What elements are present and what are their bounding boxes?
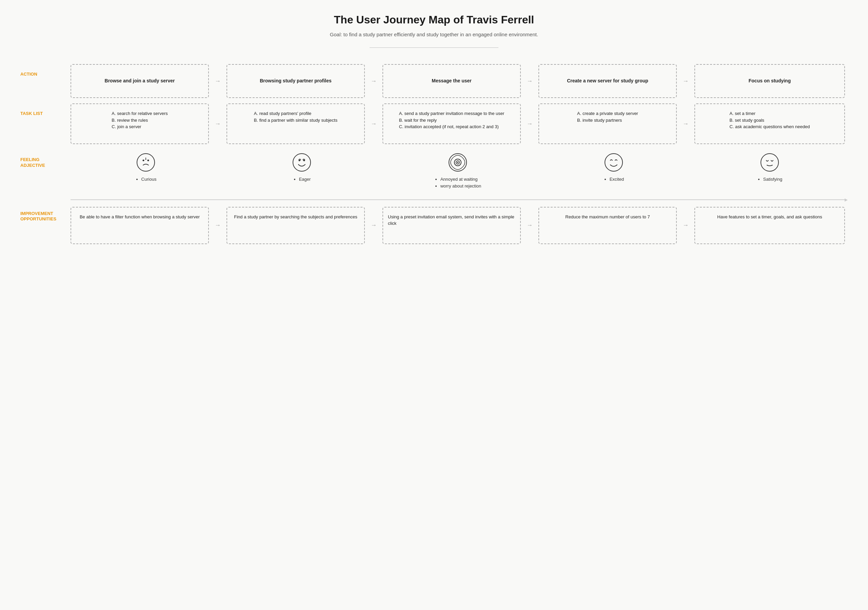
svg-point-0 bbox=[137, 154, 155, 171]
page-subtitle: Goal: to find a study partner efficientl… bbox=[20, 31, 848, 37]
arrow-1: → bbox=[212, 78, 224, 85]
timeline-row bbox=[23, 195, 845, 204]
task-cell-5: A. set a timer B. set study goals C. ask… bbox=[694, 103, 845, 144]
action-cell-4: Create a new server for study group bbox=[538, 64, 677, 98]
excited-emoji bbox=[604, 153, 623, 172]
action-cell-3: Message the user bbox=[383, 64, 521, 98]
task-arrow-4: → bbox=[679, 120, 692, 127]
feeling-cell-5: Satisfying bbox=[692, 147, 848, 195]
improvement-cell-1: Be able to have a filter function when b… bbox=[71, 207, 209, 244]
feeling-cell-1: Curious bbox=[68, 147, 224, 195]
svg-point-3 bbox=[146, 159, 146, 160]
feeling-cell-2: Eager bbox=[224, 147, 380, 195]
arrow-3: → bbox=[524, 78, 536, 85]
timeline-line bbox=[71, 199, 845, 200]
svg-point-13 bbox=[761, 154, 778, 171]
svg-point-1 bbox=[143, 160, 144, 161]
action-cell-5: Focus on studying bbox=[694, 64, 845, 98]
task-arrow-3: → bbox=[524, 120, 536, 127]
eager-emoji bbox=[292, 153, 311, 172]
feeling-label: FEELING ADJECTIVE bbox=[20, 147, 68, 195]
action-label: ACTION bbox=[20, 61, 68, 101]
annoyed-emoji bbox=[448, 153, 467, 172]
feeling-cell-4: Excited bbox=[536, 147, 692, 195]
task-cell-2: A. read study partners' profile B. find … bbox=[226, 103, 365, 144]
curious-emoji bbox=[136, 153, 155, 172]
imp-arrow-2: → bbox=[367, 222, 380, 229]
improvement-cell-2: Find a study partner by searching the su… bbox=[226, 207, 365, 244]
svg-point-12 bbox=[605, 154, 623, 171]
task-arrow-1: → bbox=[212, 120, 224, 127]
task-arrow-2: → bbox=[367, 120, 380, 127]
improvement-cell-3: Using a preset invitation email system, … bbox=[383, 207, 521, 244]
task-label: TASK LIST bbox=[20, 101, 68, 147]
improvement-cell-5: Have features to set a timer, goals, and… bbox=[694, 207, 845, 244]
arrow-2: → bbox=[367, 78, 380, 85]
action-cell-1: Browse and join a study server bbox=[71, 64, 209, 98]
svg-point-11 bbox=[457, 162, 459, 163]
task-cell-1: A. search for relative servers B. review… bbox=[71, 103, 209, 144]
imp-arrow-1: → bbox=[212, 222, 224, 229]
satisfying-emoji bbox=[760, 153, 779, 172]
task-cell-3: A. send a study partner invitation messa… bbox=[383, 103, 521, 144]
svg-point-2 bbox=[147, 160, 149, 161]
improvement-cell-4: Reduce the maximum number of users to 7 bbox=[538, 207, 677, 244]
action-cell-2: Browsing study partner profiles bbox=[226, 64, 365, 98]
arrow-4: → bbox=[679, 78, 692, 85]
svg-point-5 bbox=[293, 154, 311, 171]
page-title: The User Journey Map of Travis Ferrell bbox=[20, 14, 848, 26]
imp-arrow-4: → bbox=[679, 222, 692, 229]
imp-arrow-3: → bbox=[524, 222, 536, 229]
feeling-cell-3: Annoyed at waiting worry about rejection bbox=[380, 147, 536, 195]
task-cell-4: A. create a private study server B. invi… bbox=[538, 103, 677, 144]
improvement-label: IMPROVEMENT OPPORTUNITIES bbox=[20, 204, 68, 247]
